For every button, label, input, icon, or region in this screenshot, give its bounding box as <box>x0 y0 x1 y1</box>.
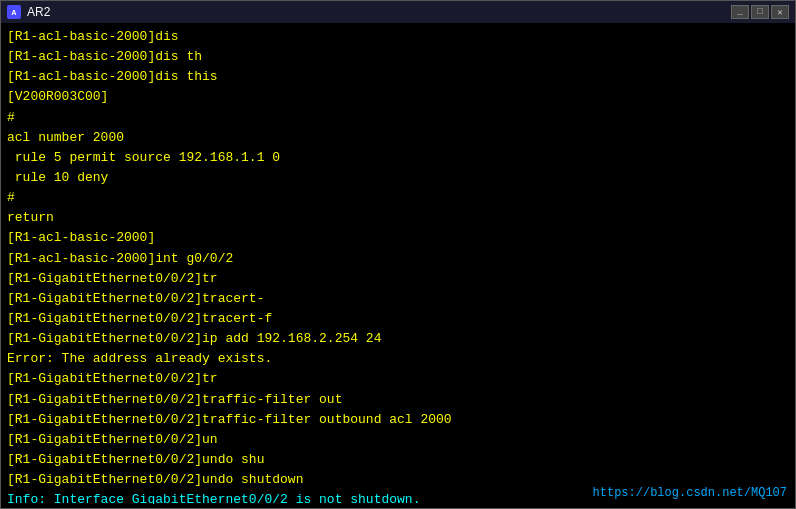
title-bar: A AR2 _ □ ✕ <box>1 1 795 23</box>
terminal-line: [R1-acl-basic-2000]dis <box>7 27 789 47</box>
terminal-line: rule 10 deny <box>7 168 789 188</box>
terminal-line: [R1-acl-basic-2000]dis th <box>7 47 789 67</box>
terminal-line: [R1-acl-basic-2000]dis this <box>7 67 789 87</box>
terminal-area[interactable]: [R1-acl-basic-2000]dis[R1-acl-basic-2000… <box>1 23 795 508</box>
terminal-line: [R1-GigabitEthernet0/0/2]tracert-f <box>7 309 789 329</box>
terminal-line: [R1-acl-basic-2000]int g0/0/2 <box>7 249 789 269</box>
title-bar-left: A AR2 <box>7 5 50 19</box>
terminal-line: acl number 2000 <box>7 128 789 148</box>
terminal-line: [R1-GigabitEthernet0/0/2]traffic-filter … <box>7 390 789 410</box>
terminal-line: [R1-GigabitEthernet0/0/2]undo shu <box>7 450 789 470</box>
terminal-content: [R1-acl-basic-2000]dis[R1-acl-basic-2000… <box>7 27 789 504</box>
terminal-line: # <box>7 188 789 208</box>
terminal-line: [R1-GigabitEthernet0/0/2]tr <box>7 269 789 289</box>
terminal-line: [R1-GigabitEthernet0/0/2]un <box>7 430 789 450</box>
minimize-button[interactable]: _ <box>731 5 749 19</box>
close-button[interactable]: ✕ <box>771 5 789 19</box>
terminal-line: [R1-GigabitEthernet0/0/2]ip add 192.168.… <box>7 329 789 349</box>
terminal-line: [R1-GigabitEthernet0/0/2]tracert- <box>7 289 789 309</box>
watermark: https://blog.csdn.net/MQ107 <box>593 486 787 500</box>
window-title: AR2 <box>27 5 50 19</box>
terminal-line: rule 5 permit source 192.168.1.1 0 <box>7 148 789 168</box>
terminal-line: [R1-GigabitEthernet0/0/2]tr <box>7 369 789 389</box>
window-controls[interactable]: _ □ ✕ <box>731 5 789 19</box>
maximize-button[interactable]: □ <box>751 5 769 19</box>
terminal-line: # <box>7 108 789 128</box>
terminal-line: [V200R003C00] <box>7 87 789 107</box>
terminal-window: A AR2 _ □ ✕ [R1-acl-basic-2000]dis[R1-ac… <box>0 0 796 509</box>
terminal-line: Error: The address already exists. <box>7 349 789 369</box>
terminal-line: return <box>7 208 789 228</box>
terminal-line: [R1-GigabitEthernet0/0/2]traffic-filter … <box>7 410 789 430</box>
app-icon: A <box>7 5 21 19</box>
terminal-line: [R1-acl-basic-2000] <box>7 228 789 248</box>
